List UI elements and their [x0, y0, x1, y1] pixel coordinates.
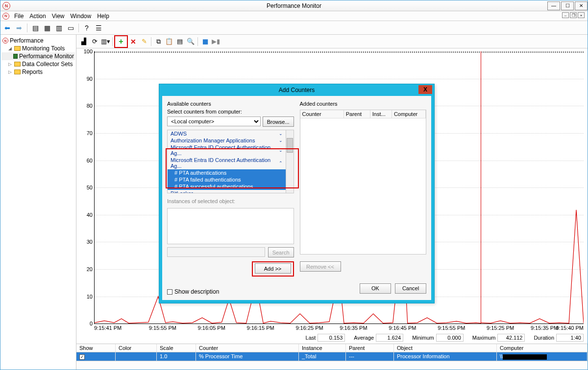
refresh-icon[interactable]: ?	[82, 23, 92, 33]
print-icon[interactable]: ▭	[66, 23, 75, 33]
dialog-title: Add Counters	[279, 87, 315, 93]
export-icon[interactable]: ▥	[54, 23, 64, 33]
x-axis: 9:15:41 PM 9:15:55 PM 9:16:05 PM 9:16:15…	[94, 324, 584, 332]
highlight-icon[interactable]: ✎	[139, 37, 149, 46]
freeze-icon[interactable]: ▮▮	[200, 37, 210, 46]
tree-root-label: Performance	[10, 37, 44, 44]
stat-average: 1.624	[376, 334, 403, 342]
th-show[interactable]: Show	[76, 344, 116, 352]
minimize-button[interactable]: —	[547, 1, 560, 10]
view-log-icon[interactable]: ⟳	[90, 37, 99, 46]
expand-icon[interactable]: ▷	[7, 69, 13, 74]
forward-icon[interactable]: ➡	[14, 23, 24, 33]
paste-icon[interactable]: 📋	[164, 37, 174, 46]
tree-monitoring-tools[interactable]: ◢ Monitoring Tools	[1, 45, 75, 52]
mdi-minimize[interactable]: –	[562, 12, 569, 18]
stat-minimum: 0.000	[436, 334, 464, 342]
available-counters-label: Available counters	[167, 101, 294, 107]
dialog-close-button[interactable]: X	[418, 85, 432, 94]
computer-select[interactable]: <Local computer>	[167, 116, 261, 126]
view-icon[interactable]: ☰	[94, 23, 103, 33]
show-description-label: Show description	[174, 288, 219, 295]
select-from-label: Select counters from computer:	[167, 109, 294, 115]
stat-maximum: 42.112	[497, 334, 525, 342]
counter-pta-auth[interactable]: # PTA authentications	[168, 169, 286, 176]
ok-button[interactable]: OK	[360, 283, 391, 294]
counter-pta-failed[interactable]: # PTA failed authentications	[168, 176, 286, 183]
nav-tree: NPerformance ◢ Monitoring Tools Performa…	[0, 35, 76, 370]
th-computer[interactable]: Computer	[497, 344, 588, 352]
counter-list[interactable]: ADWS⌄ Authorization Manager Applications…	[167, 130, 294, 193]
search-button[interactable]: Search	[268, 247, 294, 257]
menu-action[interactable]: Action	[26, 13, 49, 20]
chevron-down-icon: ⌄	[279, 131, 283, 136]
collapse-icon[interactable]: ◢	[7, 46, 13, 51]
remove-button[interactable]: Remove <<	[300, 261, 341, 272]
tree-data-collector-sets[interactable]: ▷ Data Collector Sets	[1, 60, 75, 68]
mdi-controls: – ❐ ×	[562, 12, 585, 18]
added-th-inst[interactable]: Inst...	[370, 110, 392, 118]
mdi-close[interactable]: ×	[578, 12, 585, 18]
scrollbar[interactable]	[286, 130, 294, 193]
maximize-button[interactable]: ☐	[561, 1, 574, 10]
th-counter[interactable]: Counter	[196, 344, 299, 352]
tree-performance-monitor[interactable]: Performance Monitor	[1, 52, 75, 60]
back-icon[interactable]: ⬅	[2, 23, 12, 33]
added-th-counter[interactable]: Counter	[300, 110, 344, 118]
tree-perfmon-label: Performance Monitor	[19, 53, 74, 60]
menu-help[interactable]: Help	[94, 13, 112, 20]
chevron-down-icon: ⌄	[279, 148, 283, 153]
menu-file[interactable]: File	[11, 13, 26, 20]
mdi-restore[interactable]: ❐	[570, 12, 577, 18]
folder-icon	[14, 46, 21, 51]
expand-icon[interactable]: ▷	[7, 62, 13, 67]
copy-icon[interactable]: ⧉	[153, 37, 163, 46]
th-scale[interactable]: Scale	[157, 344, 196, 352]
add-counter-button[interactable]: +	[116, 37, 126, 46]
added-th-parent[interactable]: Parent	[344, 110, 370, 118]
tree-root[interactable]: NPerformance	[1, 37, 75, 45]
cancel-button[interactable]: Cancel	[395, 283, 426, 294]
counter-pta-success[interactable]: # PTA successful authentications	[168, 183, 286, 190]
properties-icon[interactable]: ▦	[42, 23, 52, 33]
added-counters-label: Added counters	[300, 101, 427, 107]
counter-bitlocker[interactable]: BitLocker⌄	[168, 190, 286, 193]
add-button[interactable]: Add >>	[255, 263, 291, 274]
browse-button[interactable]: Browse...	[263, 116, 294, 127]
th-instance[interactable]: Instance	[299, 344, 346, 352]
added-counters-table: Counter Parent Inst... Computer	[300, 110, 427, 254]
chevron-up-icon: ⌃	[279, 161, 283, 165]
th-object[interactable]: Object	[394, 344, 497, 352]
close-button[interactable]: ✕	[575, 1, 588, 10]
show-checkbox[interactable]: ✓	[79, 354, 85, 360]
show-hide-tree-icon[interactable]: ▤	[30, 23, 40, 33]
show-description-checkbox[interactable]	[167, 289, 172, 295]
graph-type-icon[interactable]: ▥▾	[100, 37, 110, 46]
menu-view[interactable]: View	[49, 13, 68, 20]
counter-entra2[interactable]: Microsoft Entra ID Connect Authenticatio…	[168, 157, 286, 169]
counter-adws[interactable]: ADWS⌄	[168, 130, 286, 137]
instances-list[interactable]	[167, 208, 294, 244]
stat-last: 0.153	[318, 334, 345, 342]
add-counter-highlight: +	[114, 35, 128, 48]
tree-monitoring-label: Monitoring Tools	[22, 45, 65, 52]
tree-reports[interactable]: ▷ Reports	[1, 68, 75, 76]
ytick: 100	[81, 48, 93, 54]
view-current-icon[interactable]: ▟	[79, 37, 89, 46]
menu-window[interactable]: Window	[68, 13, 95, 20]
main-toolbar: ⬅ ➡ ▤ ▦ ▥ ▭ ? ☰	[0, 21, 588, 35]
counter-authmgr[interactable]: Authorization Manager Applications⌄	[168, 137, 286, 144]
counter-entra1[interactable]: Microsoft Entra ID Connect Authenticatio…	[168, 144, 286, 157]
th-parent[interactable]: Parent	[346, 344, 394, 352]
dialog-titlebar[interactable]: Add Counters X	[159, 84, 434, 96]
zoom-icon[interactable]: 🔍	[186, 37, 196, 46]
update-icon[interactable]: ▶▮	[211, 37, 220, 46]
properties-chart-icon[interactable]: ▤	[175, 37, 185, 46]
stat-duration: 1:40	[556, 334, 584, 342]
cell-computer: \\	[497, 352, 588, 361]
th-color[interactable]: Color	[116, 344, 157, 352]
table-row[interactable]: ✓ 1.0 % Processor Time _Total --- Proces…	[76, 352, 588, 361]
instance-filter[interactable]	[167, 247, 265, 257]
delete-counter-button[interactable]: ✕	[128, 37, 138, 46]
added-th-computer[interactable]: Computer	[392, 110, 426, 118]
